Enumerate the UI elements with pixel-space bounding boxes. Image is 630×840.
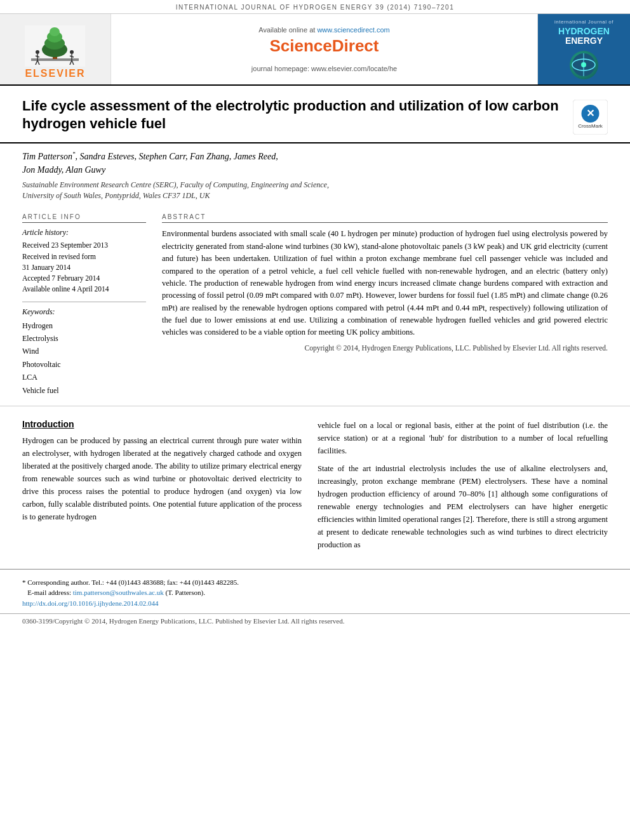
banner-center: Available online at www.sciencedirect.co… [111,14,538,84]
affiliation-line2: University of South Wales, Pontypridd, W… [22,191,210,200]
keywords-title: Keywords: [22,307,146,317]
body-content: Introduction Hydrogen can be produced by… [0,406,630,569]
article-title-section: Life cycle assessment of the electrolyti… [0,86,630,143]
available-online-date: Available online 4 April 2014 [22,284,146,295]
journal-header-text: INTERNATIONAL JOURNAL OF HYDROGEN ENERGY… [176,4,454,11]
body-left-col: Introduction Hydrogen can be produced by… [22,419,302,556]
elsevier-brand-text: ELSEVIER [25,68,85,79]
history-title: Article history: [22,228,146,237]
keyword-3: Wind [22,345,146,357]
banner-row: ELSEVIER Available online at www.science… [0,14,630,86]
journal-header: INTERNATIONAL JOURNAL OF HYDROGEN ENERGY… [0,0,630,14]
keywords-block: Keywords: Hydrogen Electrolysis Wind Pho… [22,307,146,397]
doi-link[interactable]: http://dx.doi.org/10.1016/j.ijhydene.201… [22,599,159,607]
elsevier-tree-icon [25,25,85,67]
corresponding-author-text: * Corresponding author. Tel.: +44 (0)144… [22,578,239,586]
authors-section: Tim Patterson*, Sandra Esteves, Stephen … [0,143,630,205]
introduction-right-text: vehicle fuel on a local or regional basi… [318,419,608,551]
badge-graphic [571,52,596,77]
article-title-text: Life cycle assessment of the electrolyti… [22,97,563,133]
authors-list: Tim Patterson*, Sandra Esteves, Stephen … [22,150,608,177]
abstract-label: ABSTRACT [162,213,608,223]
journal-badge-top-label: international Journal of [554,19,613,25]
accepted-date: Accepted 7 February 2014 [22,273,146,284]
crossmark-logo[interactable]: ✕ CrossMark [573,100,608,135]
abstract-text: Environmental burdens associated with sm… [162,228,608,338]
journal-homepage-text: journal homepage: www.elsevier.com/locat… [251,65,397,72]
journal-badge-area: international Journal of HYDROGEN ENERGY [538,14,630,84]
badge-circle-icon [570,51,598,79]
body-right-col: vehicle fuel on a local or regional basi… [318,419,608,556]
email-link[interactable]: tim.patterson@southwales.ac.uk [73,589,164,596]
article-info-col: ARTICLE INFO Article history: Received 2… [22,213,146,397]
journal-badge-title: HYDROGEN ENERGY [558,27,610,46]
history-block: Article history: Received 23 September 2… [22,228,146,295]
divider [22,302,146,302]
keyword-5: LCA [22,371,146,383]
email-note: E-mail address: tim.patterson@southwales… [22,587,608,598]
sciencedirect-logo: ScienceDirect [270,36,379,56]
email-label: E-mail address: [27,589,71,596]
email-suffix: (T. Patterson). [166,589,205,596]
svg-text:✕: ✕ [586,108,594,119]
revised-label: Received in revised form [22,251,146,262]
svg-point-12 [70,50,74,54]
keyword-1: Hydrogen [22,319,146,332]
authors-text: Tim Patterson*, Sandra Esteves, Stephen … [22,152,278,175]
received-date: Received 23 September 2013 [22,240,146,251]
introduction-paragraph3: State of the art industrial electrolysis… [318,462,608,551]
introduction-title: Introduction [22,419,302,429]
doi-line: http://dx.doi.org/10.1016/j.ijhydene.201… [22,598,608,609]
sciencedirect-link[interactable]: www.sciencedirect.com [317,26,389,34]
journal-badge: international Journal of HYDROGEN ENERGY [554,19,613,79]
abstract-col: ABSTRACT Environmental burdens associate… [162,213,608,397]
footnote-area: * Corresponding author. Tel.: +44 (0)144… [0,569,630,614]
elsevier-logo: ELSEVIER [25,25,85,79]
affiliation-line1: Sustainable Environment Research Centre … [22,180,329,189]
crossmark-icon: ✕ CrossMark [573,100,608,135]
keyword-6: Vehicle fuel [22,384,146,397]
revised-date: 31 January 2014 [22,262,146,273]
corresponding-author-note: * Corresponding author. Tel.: +44 (0)144… [22,577,608,588]
article-info-label: ARTICLE INFO [22,213,146,223]
introduction-paragraph1: Hydrogen can be produced by passing an e… [22,434,302,523]
available-online-text: Available online at www.sciencedirect.co… [258,26,389,34]
svg-point-7 [36,50,39,54]
svg-text:CrossMark: CrossMark [578,123,603,129]
elsevier-logo-area: ELSEVIER [0,14,111,84]
keyword-2: Electrolysis [22,332,146,345]
copyright-footer: 0360-3199/Copyright © 2014, Hydrogen Ene… [0,613,630,628]
article-info-abstract-section: ARTICLE INFO Article history: Received 2… [0,204,630,406]
abstract-copyright: Copyright © 2014, Hydrogen Energy Public… [162,344,608,352]
article-title: Life cycle assessment of the electrolyti… [22,97,563,133]
svg-point-6 [50,27,60,36]
affiliation: Sustainable Environment Research Centre … [22,180,608,201]
keyword-4: Photovoltaic [22,358,146,371]
